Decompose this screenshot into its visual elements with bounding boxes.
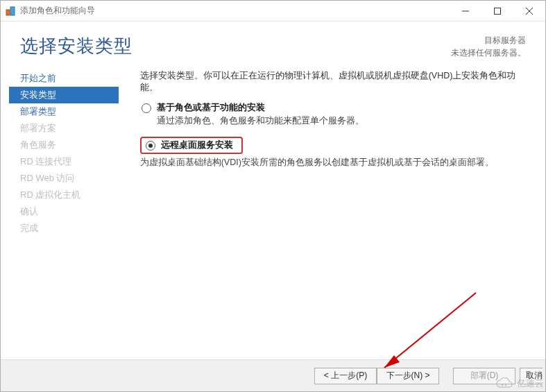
body: 开始之前安装类型部署类型部署方案角色服务RD 连接代理RD Web 访问RD 虚… (1, 63, 545, 359)
maximize-button[interactable] (481, 1, 513, 22)
radio-icon[interactable] (146, 141, 155, 151)
sidebar-item-6: RD Web 访问 (9, 170, 132, 187)
app-icon (5, 6, 16, 17)
sidebar-item-4: 角色服务 (9, 137, 132, 153)
sidebar: 开始之前安装类型部署类型部署方案角色服务RD 连接代理RD Web 访问RD 虚… (1, 63, 132, 359)
destination-status: 未选择任何服务器。 (451, 46, 526, 59)
footer: < 上一步(P) 下一步(N) > 部署(D) 取消 (1, 359, 545, 391)
sidebar-item-5: RD 连接代理 (9, 153, 132, 170)
svg-rect-2 (495, 8, 501, 14)
option-title: 基于角色或基于功能的安装 (157, 102, 526, 114)
svg-rect-0 (6, 10, 10, 15)
option-highlight: 远程桌面服务安装 (140, 137, 243, 154)
destination-server: 目标服务器 未选择任何服务器。 (451, 34, 526, 59)
titlebar: 添加角色和功能向导 (1, 1, 545, 22)
sidebar-item-3: 部署方案 (9, 120, 132, 137)
close-button[interactable] (513, 1, 545, 22)
install-type-option-1[interactable]: 远程桌面服务安装为虚拟桌面基础结构(VDI)安装所需的角色服务以创建基于虚拟机或… (140, 137, 526, 169)
wizard-window: 添加角色和功能向导 选择安装类型 目标服务器 未选择任何服务器。 开始之前安装类… (0, 0, 546, 392)
sidebar-item-8: 确认 (9, 203, 132, 220)
header: 选择安装类型 目标服务器 未选择任何服务器。 (1, 22, 545, 63)
window-title: 添加角色和功能向导 (20, 5, 95, 17)
deploy-button[interactable]: 部署(D) (453, 368, 515, 384)
minimize-button[interactable] (450, 1, 481, 22)
option-desc: 通过添加角色、角色服务和功能来配置单个服务器。 (157, 115, 526, 127)
destination-label: 目标服务器 (451, 34, 526, 46)
sidebar-item-1[interactable]: 安装类型 (9, 87, 119, 103)
sidebar-item-9: 完成 (9, 220, 132, 237)
sidebar-item-2[interactable]: 部署类型 (9, 103, 132, 120)
svg-rect-1 (10, 7, 15, 15)
next-button[interactable]: 下一步(N) > (377, 368, 439, 384)
intro-text: 选择安装类型。你可以在正在运行的物理计算机、虚拟机或脱机虚拟硬盘(VHD)上安装… (140, 70, 526, 94)
option-desc: 为虚拟桌面基础结构(VDI)安装所需的角色服务以创建基于虚拟机或基于会话的桌面部… (140, 157, 526, 169)
sidebar-item-7: RD 虚拟化主机 (9, 187, 132, 203)
install-type-option-0[interactable]: 基于角色或基于功能的安装通过添加角色、角色服务和功能来配置单个服务器。 (140, 102, 526, 127)
option-title: 远程桌面服务安装 (161, 139, 233, 151)
content: 选择安装类型。你可以在正在运行的物理计算机、虚拟机或脱机虚拟硬盘(VHD)上安装… (132, 63, 545, 359)
previous-button[interactable]: < 上一步(P) (314, 368, 377, 384)
page-title: 选择安装类型 (20, 34, 451, 58)
cancel-button[interactable]: 取消 (520, 368, 543, 384)
radio-icon[interactable] (142, 103, 151, 113)
sidebar-item-0[interactable]: 开始之前 (9, 70, 132, 87)
options: 基于角色或基于功能的安装通过添加角色、角色服务和功能来配置单个服务器。远程桌面服… (140, 102, 526, 169)
